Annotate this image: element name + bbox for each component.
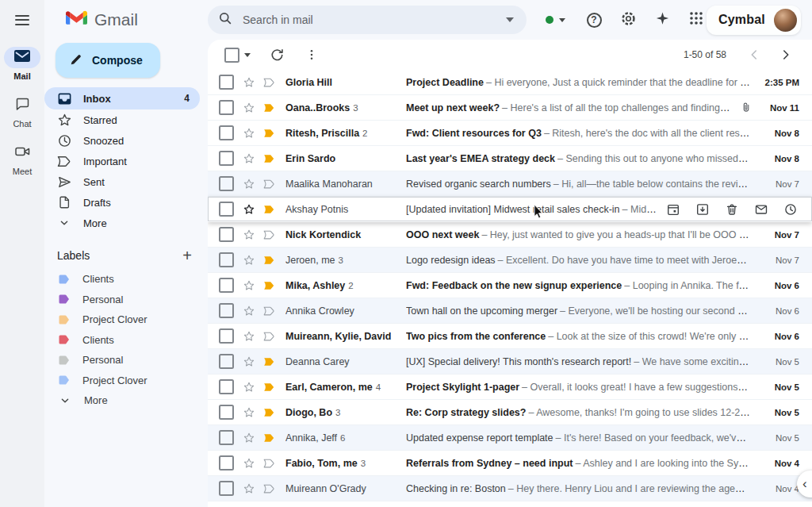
- gemini-button[interactable]: [652, 10, 672, 30]
- row-checkbox[interactable]: [219, 430, 234, 445]
- compose-button[interactable]: Compose: [56, 43, 160, 78]
- rail-item-meet[interactable]: Meet: [4, 142, 40, 176]
- rail-item-chat[interactable]: Chat: [4, 94, 40, 129]
- row-checkbox[interactable]: [219, 455, 234, 471]
- star-icon[interactable]: [243, 229, 255, 241]
- snooze-icon[interactable]: [783, 202, 798, 217]
- labels-more[interactable]: More: [44, 390, 200, 411]
- email-row[interactable]: Fabio, Tom, me3Referrals from Sydney – n…: [208, 451, 812, 476]
- sidebar-item-sent[interactable]: Sent: [44, 171, 200, 192]
- importance-marker-icon[interactable]: [263, 357, 275, 367]
- importance-marker-icon[interactable]: [263, 306, 275, 316]
- importance-marker-icon[interactable]: [263, 255, 275, 265]
- row-checkbox[interactable]: [219, 328, 234, 344]
- sidebar-item-starred[interactable]: Starred: [44, 109, 200, 130]
- star-icon[interactable]: [243, 406, 255, 419]
- star-icon[interactable]: [243, 76, 255, 89]
- star-icon[interactable]: [243, 102, 255, 114]
- email-row[interactable]: Akshay Potnis[Updated invitation] Midwes…: [208, 197, 812, 222]
- importance-marker-icon[interactable]: [263, 332, 275, 341]
- star-icon[interactable]: [243, 457, 255, 470]
- row-checkbox[interactable]: [219, 405, 234, 420]
- newer-page-button[interactable]: [747, 48, 761, 62]
- search-options-caret-icon[interactable]: [506, 17, 514, 22]
- star-icon[interactable]: [243, 330, 255, 343]
- label-item-clients[interactable]: Clients: [44, 330, 200, 351]
- email-row[interactable]: Muireann O'GradyChecking in re: Boston– …: [208, 476, 812, 501]
- row-checkbox[interactable]: [219, 151, 234, 166]
- star-icon[interactable]: [243, 152, 255, 165]
- label-item-project-clover[interactable]: Project Clover: [44, 371, 200, 391]
- row-checkbox[interactable]: [219, 75, 234, 90]
- email-row[interactable]: Gloria HillProject Deadline– Hi everyone…: [208, 70, 812, 95]
- row-checkbox[interactable]: [219, 278, 234, 293]
- delete-icon[interactable]: [725, 202, 739, 217]
- email-row[interactable]: Nick KortendickOOO next week– Hey, just …: [208, 222, 812, 248]
- mark-as-read-icon[interactable]: [754, 202, 768, 217]
- importance-marker-icon[interactable]: [263, 205, 275, 214]
- star-icon[interactable]: [243, 482, 255, 495]
- importance-marker-icon[interactable]: [263, 459, 275, 468]
- star-icon[interactable]: [243, 355, 255, 368]
- email-row[interactable]: Muireann, Kylie, DavidTwo pics from the …: [208, 324, 812, 349]
- label-item-clients[interactable]: Clients: [44, 269, 200, 290]
- main-menu-button[interactable]: [13, 12, 32, 28]
- importance-marker-icon[interactable]: [263, 154, 275, 163]
- row-checkbox[interactable]: [219, 202, 234, 217]
- row-checkbox[interactable]: [219, 252, 234, 267]
- star-icon[interactable]: [243, 178, 255, 190]
- email-row[interactable]: Earl, Cameron, me4Project Skylight 1-pag…: [208, 374, 812, 400]
- email-row[interactable]: Annika CrowleyTown hall on the upcoming …: [208, 298, 812, 324]
- more-options-button[interactable]: [303, 46, 320, 63]
- label-item-personal[interactable]: Personal: [44, 350, 200, 371]
- sidebar-item-important[interactable]: Important: [44, 151, 200, 171]
- email-row[interactable]: Diogo, Bo3Re: Corp strategy slides?– Awe…: [208, 400, 812, 425]
- email-row[interactable]: Annika, Jeff6Updated expense report temp…: [208, 425, 812, 451]
- star-icon[interactable]: [243, 254, 255, 267]
- email-row[interactable]: Mika, Ashley2Fwd: Feedback on the new si…: [208, 273, 812, 298]
- star-icon[interactable]: [243, 432, 255, 444]
- add-label-button[interactable]: +: [182, 248, 192, 263]
- row-checkbox[interactable]: [219, 303, 234, 318]
- importance-marker-icon[interactable]: [263, 103, 275, 113]
- avatar[interactable]: [774, 9, 797, 32]
- importance-marker-icon[interactable]: [263, 281, 275, 290]
- refresh-button[interactable]: [268, 46, 285, 63]
- row-checkbox[interactable]: [219, 125, 234, 140]
- label-item-personal[interactable]: Personal: [44, 290, 200, 310]
- row-checkbox[interactable]: [219, 176, 234, 191]
- help-button[interactable]: ?: [584, 10, 604, 30]
- row-checkbox[interactable]: [219, 379, 234, 394]
- settings-button[interactable]: [618, 10, 638, 30]
- label-item-project-clover[interactable]: Project Clover: [44, 309, 200, 330]
- email-row[interactable]: Deanna Carey[UX] Special delivery! This …: [208, 349, 812, 374]
- email-row[interactable]: Jeroen, me3Logo redesign ideas– Excellen…: [208, 248, 812, 273]
- star-icon[interactable]: [243, 305, 255, 317]
- account-chip[interactable]: Cymbal: [707, 6, 801, 35]
- sidebar-item-more[interactable]: More: [44, 213, 200, 233]
- importance-marker-icon[interactable]: [263, 129, 275, 138]
- importance-marker-icon[interactable]: [263, 408, 275, 417]
- sidebar-item-drafts[interactable]: Drafts: [44, 192, 200, 213]
- archive-icon[interactable]: [695, 202, 710, 217]
- row-checkbox[interactable]: [219, 354, 234, 369]
- star-icon[interactable]: [243, 203, 255, 216]
- email-row[interactable]: Erin SardoLast year's EMEA strategy deck…: [208, 146, 812, 171]
- star-icon[interactable]: [243, 279, 255, 292]
- star-icon[interactable]: [243, 381, 255, 394]
- email-row[interactable]: Ritesh, Priscilla2Fwd: Client resources …: [208, 121, 812, 146]
- row-checkbox[interactable]: [219, 481, 234, 496]
- select-options-caret-icon[interactable]: [244, 53, 251, 57]
- row-checkbox[interactable]: [219, 227, 234, 242]
- email-row[interactable]: Maalika ManoharanRevised organic search …: [208, 171, 812, 197]
- importance-marker-icon[interactable]: [263, 484, 275, 494]
- search-input[interactable]: [241, 13, 506, 27]
- search-bar[interactable]: [208, 6, 527, 34]
- importance-marker-icon[interactable]: [263, 78, 275, 87]
- status-selector[interactable]: [546, 16, 565, 24]
- importance-marker-icon[interactable]: [263, 433, 275, 443]
- select-all-checkbox[interactable]: [224, 48, 239, 63]
- email-row[interactable]: Oana..Brooks3Meet up next week?– Here's …: [208, 95, 812, 121]
- rsvp-calendar-icon[interactable]: [666, 202, 680, 217]
- row-checkbox[interactable]: [219, 100, 234, 115]
